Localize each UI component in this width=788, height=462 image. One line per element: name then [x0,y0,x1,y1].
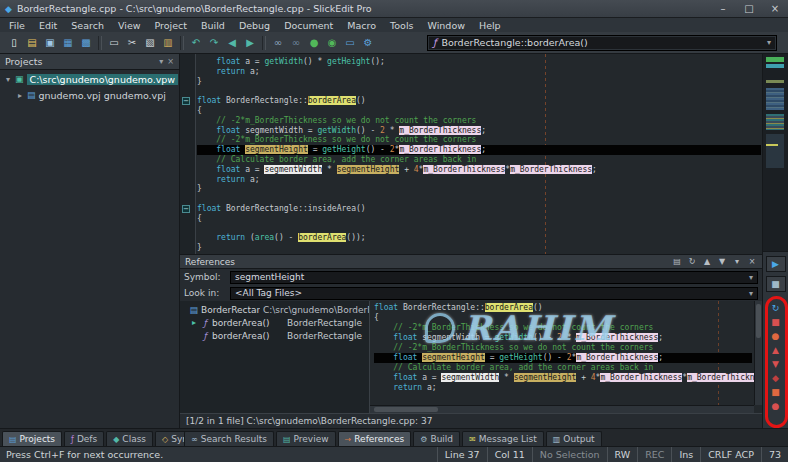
menu-project[interactable]: Project [148,20,195,31]
reference-item[interactable]: ▸ƒborderArea()BorderRectangle [180,316,369,329]
chevron-down-icon[interactable]: ▾ [767,38,771,47]
menu-tools[interactable]: Tools [383,20,420,31]
stop-search-button[interactable]: ■ [766,276,786,292]
code-line[interactable]: float a = segmentWidth * segmentHeight +… [197,165,761,175]
function-combo[interactable]: ƒ BorderRectangle::borderArea() ▾ [427,35,777,51]
cut-icon[interactable]: ✂ [123,34,141,51]
tab-references[interactable]: →References [338,431,412,446]
code-line[interactable]: float a = getWidth() * getHeight(); [197,57,761,67]
search-go-button[interactable]: ▶ [766,256,786,272]
code-line[interactable]: { [374,313,752,323]
code-line[interactable] [197,224,761,234]
tab-defs[interactable]: ƒDefs [64,431,104,446]
error-icon[interactable]: ■ [769,386,783,397]
code-line[interactable]: return a; [197,67,761,77]
debug-icon[interactable]: ● [305,34,323,51]
code-line[interactable]: } [197,243,761,253]
code-line[interactable]: // Calculate border area, add the corner… [374,363,752,373]
status-item[interactable]: RW [607,447,638,462]
fold-collapse-icon[interactable]: − [182,97,190,105]
tab-preview[interactable]: ▤Preview [276,431,336,446]
panel-close-icon[interactable]: × [167,57,174,66]
code-line[interactable]: return (area() - borderArea()); [197,233,761,243]
prev-match-icon[interactable]: ▲ [702,257,712,266]
menu-file[interactable]: File [2,20,32,31]
minimap[interactable] [763,54,788,252]
forward-icon[interactable]: ▶ [241,34,259,51]
paste-icon[interactable]: ▥ [159,34,177,51]
tab-class[interactable]: ◆Class [106,431,153,446]
menu-document[interactable]: Document [277,20,340,31]
panel-menu-icon[interactable]: ▾ [159,57,163,66]
code-line[interactable]: float segmentHeight = getHeight() - 2*m_… [374,353,752,363]
code-line[interactable]: float segmentWidth = getWidth() - 2 * m_… [374,333,752,343]
minimize-button[interactable]: – [710,0,736,17]
menu-edit[interactable]: Edit [32,20,64,31]
status-item[interactable]: 73 [761,447,788,462]
debug-attach-icon[interactable]: ◉ [323,34,341,51]
tab-search-results[interactable]: ∞Search Results [184,431,274,446]
bookmark-icon[interactable]: ● [769,400,783,411]
status-item[interactable]: CRLF ACP [700,447,761,462]
status-item[interactable]: REC [637,447,671,462]
chevron-down-icon[interactable]: ▾ [749,273,753,282]
next-icon[interactable]: ▼ [769,358,783,369]
save-all-icon[interactable]: ▩ [77,34,95,51]
fold-collapse-icon[interactable]: − [182,205,190,213]
reference-preview[interactable]: float BorderRectangle::borderArea(){ // … [370,301,762,413]
code-line[interactable]: } [197,77,761,87]
copy-icon[interactable]: ▧ [141,34,159,51]
save-icon[interactable]: ▦ [59,34,77,51]
undo-icon[interactable]: ↶ [187,34,205,51]
close-button[interactable]: × [762,0,788,17]
code-line[interactable]: −float BorderRectangle::borderArea() [197,96,761,106]
refresh-icon[interactable]: ↻ [687,257,697,266]
open-file-icon[interactable]: ▤ [23,34,41,51]
code-line[interactable]: // -2*m_BorderThickness so we do not cou… [197,116,761,126]
code-line[interactable]: float BorderRectangle::borderArea() [374,303,752,313]
status-item[interactable]: Ins [671,447,700,462]
code-line[interactable]: // -2*m_BorderThickness so we do not cou… [374,343,752,353]
tab-output[interactable]: ▥Output [546,431,602,446]
menu-window[interactable]: Window [421,20,472,31]
record-icon[interactable]: ● [769,330,783,341]
code-line[interactable]: // -2*m_BorderThickness so we do not cou… [374,323,752,333]
projects-panel-header[interactable]: Projects ▾× [0,54,179,70]
new-file-icon[interactable]: ▯ [5,34,23,51]
reference-item[interactable]: ƒborderArea()BorderRectangle [180,329,369,342]
code-line[interactable]: // -2*m_BorderThickness so we do not cou… [197,135,761,145]
tab-build[interactable]: ⚙Build [413,431,460,446]
list-view-icon[interactable]: ▤ [672,257,682,266]
code-line[interactable]: { [197,214,761,224]
expander-icon[interactable]: ▸ [16,91,24,100]
menu-build[interactable]: Build [194,20,232,31]
chevron-down-icon[interactable]: ▾ [749,289,753,298]
tab-projects[interactable]: ▤Projects [2,431,62,446]
tab-message-list[interactable]: ✉Message List [462,431,544,446]
code-line[interactable]: float a = segmentWidth * segmentHeight +… [374,373,752,383]
find-references-icon[interactable]: ∞ [287,34,305,51]
horizontal-scrollbar[interactable] [370,405,754,413]
redo-icon[interactable]: ↷ [205,34,223,51]
panel-close-icon[interactable]: × [747,257,757,266]
menu-macro[interactable]: Macro [340,20,383,31]
code-line[interactable]: float segmentWidth = getWidth() - 2 * m_… [197,126,761,136]
menu-debug[interactable]: Debug [232,20,277,31]
scrollbar-thumb[interactable] [756,304,761,338]
menu-help[interactable]: Help [472,20,508,31]
references-header[interactable]: References ▤↻▲▼▾× [180,255,762,269]
preview-code[interactable]: float BorderRectangle::borderArea(){ // … [374,303,752,393]
prev-icon[interactable]: ▲ [769,344,783,355]
editor-code[interactable]: float a = getWidth() * getHeight(); retu… [197,57,761,253]
menu-search[interactable]: Search [64,20,111,31]
code-line[interactable]: // Calculate border area, add the corner… [197,155,761,165]
code-line[interactable]: } [197,184,761,194]
menu-view[interactable]: View [111,20,148,31]
stop-icon[interactable]: ■ [769,316,783,327]
back-icon[interactable]: ◀ [223,34,241,51]
next-match-icon[interactable]: ▼ [717,257,727,266]
tree-item[interactable]: ▾▣C:\src\gnudemo\gnudemo.vpw [0,72,179,86]
code-line[interactable] [197,194,761,204]
code-line[interactable]: −float BorderRectangle::insideArea() [197,204,761,214]
breakpoint-icon[interactable]: ◆ [769,372,783,383]
